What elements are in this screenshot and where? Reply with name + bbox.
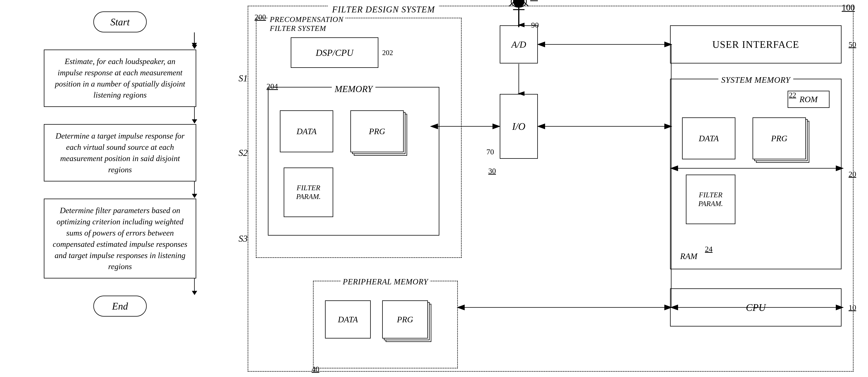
user-interface-label: USER INTERFACE (712, 39, 799, 50)
start-label: Start (110, 17, 129, 28)
end-oval: End (93, 296, 147, 317)
prg-front-sysmem: PRG (752, 117, 806, 160)
prg-label-sysmem: PRG (771, 134, 787, 143)
cpu-label: CPU (746, 302, 766, 313)
precomp-label: PRECOMPENSATIONFILTER SYSTEM (268, 15, 345, 33)
data-box-sysmem: DATA (682, 117, 735, 160)
step3-row: Determine filter parameters based on opt… (15, 199, 225, 279)
filter-param-label-sysmem: FILTER PARAM. (686, 191, 735, 208)
rom-number: 22 (789, 91, 796, 99)
step1-box: Estimate, for each loudspeaker, an impul… (44, 50, 196, 107)
end-label: End (112, 300, 128, 312)
memory-number-204: 204 (267, 82, 278, 91)
diagram-container: Start Estimate, for each loudspeaker, an… (0, 0, 868, 377)
microphone-symbol (505, 0, 532, 10)
step2-label: S2 (239, 147, 248, 158)
step2-row: Determine a target impulse response for … (15, 124, 225, 181)
step1-text: Estimate, for each loudspeaker, an impul… (55, 57, 185, 99)
filter-param-box-precomp: FILTER PARAM. (284, 168, 333, 217)
dsp-number: 202 (382, 49, 393, 57)
step2-box: Determine a target impulse response for … (44, 124, 196, 181)
data-label-periph: DATA (338, 315, 358, 324)
ram-label: RAM (680, 252, 697, 261)
prg-stack-precomp: PRG (350, 110, 404, 152)
mic-number: 80 (530, 0, 538, 2)
data-label-precomp: DATA (297, 126, 316, 136)
ui-number: 50 (848, 40, 856, 49)
ad-box: A/D (500, 25, 538, 63)
system-memory-label: SYSTEM MEMORY (718, 75, 793, 85)
data-label-sysmem: DATA (699, 134, 719, 143)
rom-label: ROM (799, 94, 817, 104)
data-box-precomp: DATA (280, 110, 333, 152)
svg-rect-15 (513, 9, 525, 10)
prg-front-precomp: PRG (350, 110, 404, 152)
ad-label: A/D (512, 39, 526, 50)
peripheral-memory-box: PERIPHERAL MEMORY 40 DATA PRG (313, 281, 458, 369)
prg-stack-periph: PRG (382, 300, 428, 339)
precomp-box: 200 PRECOMPENSATIONFILTER SYSTEM DSP/CPU… (256, 18, 462, 258)
sys-mem-number: 20 (848, 170, 856, 179)
step1-row: Estimate, for each loudspeaker, an impul… (15, 50, 225, 107)
dsp-label: DSP/CPU (316, 48, 353, 58)
step3-box: Determine filter parameters based on opt… (44, 199, 196, 279)
io-box: I/O (500, 94, 538, 159)
filter-param-label-precomp: FILTER PARAM. (284, 183, 333, 201)
step3-label: S3 (239, 233, 248, 244)
peripheral-memory-label: PERIPHERAL MEMORY (341, 277, 430, 286)
prg-front-periph: PRG (382, 300, 428, 339)
step2-text: Determine a target impulse response for … (56, 132, 185, 174)
data-box-periph: DATA (325, 300, 371, 339)
cpu-number: 10 (848, 303, 856, 312)
precomp-number: 200 (254, 12, 266, 22)
step3-text: Determine filter parameters based on opt… (53, 206, 187, 271)
memory-label-precomp: MEMORY (332, 84, 375, 94)
step1-label: S1 (239, 73, 248, 84)
fds-number: 100 (842, 2, 855, 12)
memory-box-precomp: 204 MEMORY DATA PRG (268, 87, 439, 236)
flowchart: Start Estimate, for each loudspeaker, an… (15, 11, 225, 317)
filter-design-system-box: FILTER DESIGN SYSTEM 100 200 PRECOMPENSA… (248, 6, 854, 372)
filter-param-box-sysmem: FILTER PARAM. (686, 175, 735, 224)
ad-number: 90 (531, 21, 539, 30)
prg-stack-sysmem: PRG (752, 117, 806, 160)
filter-design-label: FILTER DESIGN SYSTEM (328, 4, 439, 14)
io-label: I/O (512, 121, 525, 132)
system-diagram: FILTER DESIGN SYSTEM 100 200 PRECOMPENSA… (248, 6, 854, 372)
io-number: 70 (486, 147, 494, 156)
system-memory-box: SYSTEM MEMORY 20 ROM 22 RAM 24 DATA (670, 79, 841, 269)
cpu-box: CPU 10 (670, 288, 841, 326)
svg-rect-16 (511, 0, 526, 7)
ram-number: 24 (705, 244, 713, 254)
user-interface-box: USER INTERFACE 50 (670, 25, 841, 63)
num-30: 30 (488, 166, 496, 175)
start-oval: Start (93, 11, 147, 32)
prg-label-precomp: PRG (369, 126, 385, 136)
prg-label-periph: PRG (397, 315, 413, 324)
dsp-box: DSP/CPU 202 (291, 37, 378, 68)
peripheral-number: 40 (312, 365, 319, 374)
